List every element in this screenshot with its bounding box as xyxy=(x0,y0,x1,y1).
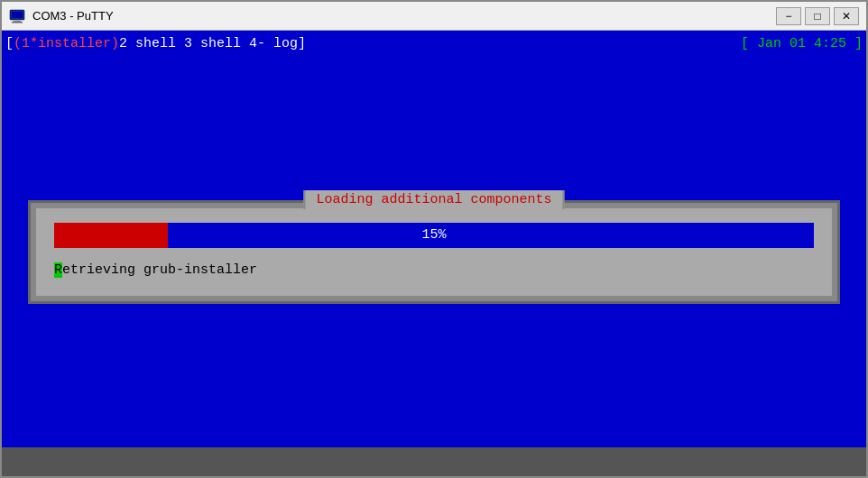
retrieving-text: Retrieving grub-installer xyxy=(54,262,814,278)
date-time: [ Jan 01 4:25 ] xyxy=(741,36,863,51)
inactive-tabs: 2 shell 3 shell 4- log xyxy=(119,36,298,51)
retrieving-first-char: R xyxy=(54,262,62,278)
status-bar: [ (1*installer) 2 shell 3 shell 4- log ]… xyxy=(2,31,866,56)
progress-text: 15% xyxy=(54,227,814,243)
minimize-button[interactable]: − xyxy=(776,7,801,25)
dialog-outer: Loading additional components 15% Retrie… xyxy=(28,200,840,304)
active-tab: (1*installer) xyxy=(14,36,119,51)
content-area: Loading additional components 15% Retrie… xyxy=(2,56,866,447)
bottom-bar xyxy=(2,447,866,476)
close-button[interactable]: ✕ xyxy=(834,7,859,25)
retrieving-rest: etrieving grub-installer xyxy=(62,262,257,278)
status-bar-content: [ (1*installer) 2 shell 3 shell 4- log ]… xyxy=(5,36,863,51)
maximize-button[interactable]: □ xyxy=(805,7,830,25)
progress-bar-bg: 15% xyxy=(54,223,814,248)
putty-window: COM3 - PuTTY − □ ✕ [ (1*installer) 2 she… xyxy=(0,0,868,478)
dialog-inner: 15% Retrieving grub-installer xyxy=(34,207,834,298)
titlebar-buttons: − □ ✕ xyxy=(776,7,859,25)
svg-rect-3 xyxy=(12,22,23,23)
svg-rect-1 xyxy=(12,12,23,18)
status-right-bracket: ] xyxy=(298,36,306,51)
window-title: COM3 - PuTTY xyxy=(32,9,769,23)
terminal[interactable]: [ (1*installer) 2 shell 3 shell 4- log ]… xyxy=(2,31,866,476)
titlebar: COM3 - PuTTY − □ ✕ xyxy=(2,2,866,31)
putty-icon xyxy=(9,8,25,24)
dialog-title: Loading additional components xyxy=(303,190,564,209)
progress-container: 15% xyxy=(54,223,814,248)
status-left-bracket: [ xyxy=(5,36,14,51)
